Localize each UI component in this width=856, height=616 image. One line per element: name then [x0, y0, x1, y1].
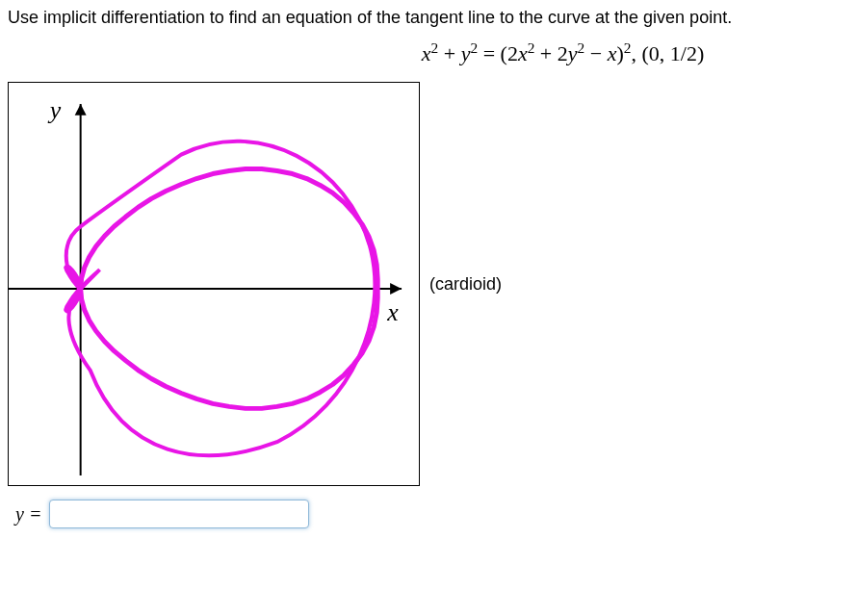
cardioid-graph: y x [9, 83, 419, 485]
eq-rhs-x2: x [608, 41, 617, 65]
eq-y: y [461, 41, 471, 65]
eq-close: ) [616, 41, 623, 65]
eq-plus2: + [534, 41, 557, 65]
x-axis-label: x [386, 298, 399, 326]
graph-row: y x (cardioid) [8, 82, 848, 486]
eq-point: (0, 1/2) [641, 41, 704, 65]
graph-box: y x [8, 82, 420, 486]
answer-label: y = [15, 503, 41, 526]
y-axis-arrow [75, 104, 87, 116]
eq-y-exp: 2 [470, 39, 478, 56]
x-axis-arrow [390, 283, 402, 295]
y-axis-label: y [47, 96, 62, 124]
curve-label: (cardioid) [429, 274, 502, 295]
eq-comma: , [631, 41, 641, 65]
eq-rhs-x: x [518, 41, 528, 65]
answer-row: y = [15, 500, 848, 528]
eq-open: ( [501, 41, 507, 65]
answer-input[interactable] [49, 500, 309, 528]
eq-rhs-y: y [568, 41, 578, 65]
eq-x: x [422, 41, 431, 65]
equation: x2 + y2 = (2x2 + 2y2 − x)2, (0, 1/2) [8, 39, 848, 66]
eq-minus: − [584, 41, 607, 65]
eq-equals: = [478, 41, 500, 65]
eq-plus1: + [438, 41, 460, 65]
eq-2x-coef: 2 [507, 41, 518, 65]
question-text: Use implicit differentiation to find an … [8, 8, 848, 28]
eq-2y-coef: 2 [558, 41, 568, 65]
